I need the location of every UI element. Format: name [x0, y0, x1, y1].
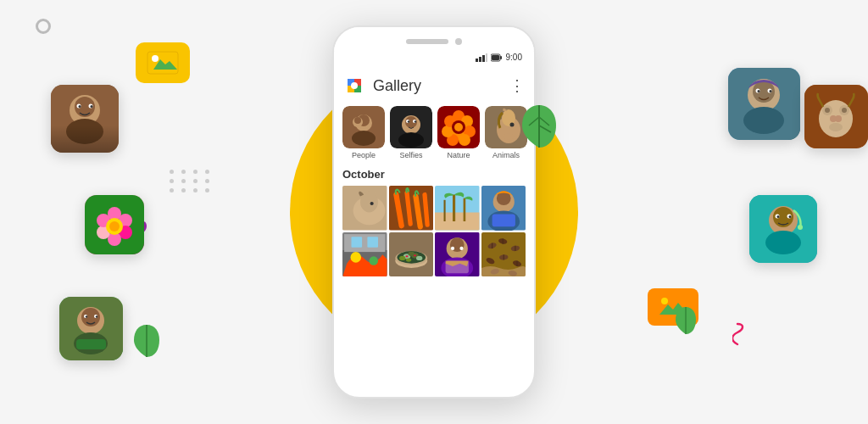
category-selfies[interactable]: Selfies — [390, 106, 432, 159]
photo-cell-palms[interactable] — [435, 186, 480, 231]
float-card-animals2 — [804, 85, 868, 148]
svg-rect-123 — [352, 237, 363, 248]
app-title: Gallery — [373, 77, 421, 95]
svg-point-120 — [350, 252, 361, 263]
svg-point-10 — [661, 298, 668, 304]
svg-point-143 — [451, 246, 454, 249]
svg-point-53 — [789, 215, 792, 218]
photo-cell-horse[interactable] — [342, 186, 387, 231]
svg-point-136 — [413, 254, 415, 256]
section-title-october: October — [342, 168, 526, 181]
category-thumb-people — [342, 106, 385, 148]
category-thumb-nature — [437, 106, 480, 148]
svg-point-18 — [79, 105, 81, 108]
svg-point-49 — [765, 231, 801, 254]
photo-cell-woman-colorful[interactable] — [435, 232, 480, 277]
photo-cell-olives[interactable] — [389, 232, 434, 277]
svg-point-134 — [405, 258, 410, 261]
svg-point-133 — [408, 251, 414, 255]
category-label-people: People — [352, 151, 376, 159]
categories-row: People Selfies — [342, 106, 526, 159]
svg-point-121 — [370, 256, 379, 265]
svg-point-59 — [825, 108, 830, 113]
svg-point-92 — [459, 134, 470, 146]
svg-rect-66 — [482, 55, 485, 62]
battery-icon — [491, 53, 503, 62]
gallery-app-icon — [342, 74, 366, 98]
app-header: Gallery ⋮ — [342, 69, 526, 106]
phone-notch — [334, 27, 534, 51]
svg-point-28 — [109, 221, 120, 232]
svg-rect-110 — [453, 195, 455, 222]
svg-rect-112 — [444, 200, 446, 221]
svg-point-78 — [354, 117, 361, 124]
svg-point-62 — [835, 115, 842, 122]
deco-dots-pattern — [170, 170, 212, 192]
svg-rect-70 — [492, 55, 499, 60]
phone-camera — [455, 38, 462, 45]
svg-rect-117 — [492, 215, 515, 227]
svg-point-19 — [91, 105, 93, 108]
status-time: 9:00 — [506, 53, 522, 62]
app-title-row: Gallery — [342, 74, 421, 98]
svg-point-45 — [770, 90, 772, 92]
svg-rect-69 — [500, 56, 502, 59]
svg-point-102 — [510, 123, 515, 127]
photo-frame-svg — [147, 51, 179, 75]
status-bar: 9:00 — [334, 51, 534, 64]
category-thumb-selfies — [390, 106, 432, 148]
deco-leaf-small — [131, 322, 162, 363]
svg-point-94 — [442, 126, 453, 137]
category-label-animals: Animals — [492, 151, 520, 159]
category-label-selfies: Selfies — [399, 151, 422, 159]
svg-rect-67 — [486, 53, 487, 62]
svg-point-52 — [777, 215, 780, 218]
svg-point-82 — [398, 132, 424, 148]
svg-rect-109 — [435, 213, 480, 231]
svg-point-86 — [415, 120, 416, 122]
svg-rect-64 — [476, 59, 478, 62]
svg-point-35 — [86, 315, 87, 317]
phone-speaker — [406, 39, 448, 44]
svg-point-131 — [399, 255, 405, 259]
deco-photo-icon — [136, 42, 190, 83]
svg-point-85 — [408, 120, 409, 122]
float-card-child — [51, 85, 119, 153]
category-people[interactable]: People — [342, 106, 385, 159]
deco-leaf-large — [519, 102, 559, 154]
svg-point-106 — [370, 202, 374, 205]
svg-point-76 — [352, 131, 376, 146]
svg-point-142 — [459, 246, 463, 249]
deco-leaf-right — [673, 305, 698, 339]
category-nature[interactable]: Nature — [437, 106, 480, 159]
photo-cell-woman-blue[interactable] — [481, 186, 526, 231]
svg-point-97 — [454, 123, 463, 131]
photo-cell-carrots[interactable] — [389, 186, 434, 231]
phone-mockup: 9:00 Gallery ⋮ — [332, 25, 536, 399]
svg-point-3 — [152, 55, 159, 62]
svg-rect-122 — [344, 234, 385, 252]
category-label-nature: Nature — [447, 151, 470, 159]
deco-squiggle-right — [732, 322, 749, 350]
svg-point-41 — [743, 107, 784, 134]
photo-cell-coffee-beans[interactable] — [481, 232, 526, 277]
svg-rect-65 — [479, 57, 481, 62]
svg-point-63 — [829, 123, 843, 131]
photo-grid — [342, 186, 526, 276]
signal-icon — [476, 53, 487, 62]
svg-point-72 — [351, 82, 358, 89]
svg-point-60 — [842, 108, 847, 113]
menu-button[interactable]: ⋮ — [509, 76, 526, 95]
svg-point-54 — [798, 225, 803, 230]
float-card-person2 — [59, 297, 123, 360]
deco-circle — [36, 19, 51, 34]
photo-cell-mural[interactable] — [342, 232, 387, 277]
svg-rect-124 — [367, 237, 378, 248]
svg-point-101 — [503, 133, 515, 140]
float-card-girl — [749, 195, 817, 263]
float-card-flower — [85, 195, 144, 254]
svg-rect-37 — [76, 339, 106, 349]
float-card-elder — [728, 68, 800, 140]
svg-point-132 — [416, 255, 422, 259]
phone-content-area: Gallery ⋮ People — [334, 64, 534, 282]
